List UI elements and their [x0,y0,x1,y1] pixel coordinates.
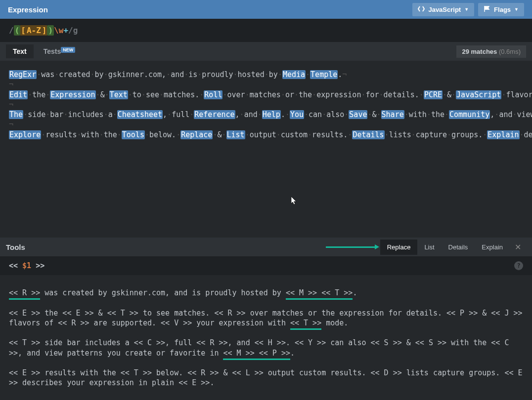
arrow-annotation-icon [326,246,375,248]
expr-quantifier: + [63,26,68,35]
expression-input[interactable]: / ( [ A-Z ] ) \w + / g [0,19,532,42]
language-label: JavaScript [428,6,461,13]
tabs-left: Text Tests NEW [6,44,82,58]
text-input-panel[interactable]: RegExr·was·created·by·gskinner.com,·and·… [0,61,532,238]
tool-tab-details[interactable]: Details [442,240,475,255]
tool-tab-replace[interactable]: Replace [380,240,418,255]
cursor-icon [291,176,297,185]
replace-pattern: << $1 >> [9,261,44,270]
language-button[interactable]: JavaScript ▼ [412,3,474,16]
replace-gt: >> [36,261,44,270]
tab-tests[interactable]: Tests NEW [37,44,82,58]
header-buttons: JavaScript ▼ Flags ▼ [412,3,524,16]
header-title: Expression [8,5,48,14]
flags-button[interactable]: Flags ▼ [478,3,524,16]
match-count-value: 29 matches [462,48,497,55]
flag-icon [484,5,490,14]
tool-tab-explain[interactable]: Explain [475,240,510,255]
expression-header: Expression JavaScript ▼ Flags ▼ [0,0,532,19]
tabs-bar: Text Tests NEW 29 matches (0.6ms) [0,42,532,61]
chevron-down-icon: ▼ [464,7,469,12]
expr-group-close: ) [47,25,54,36]
help-icon[interactable]: ? [514,261,523,270]
expr-range: A-Z [26,25,42,36]
replace-lt: << [9,261,18,270]
match-count: 29 matches (0.6ms) [456,45,526,58]
replace-input[interactable]: << $1 >> ? [0,256,532,275]
expr-flags: g [73,26,78,35]
close-icon[interactable]: ✕ [510,239,526,256]
tab-text[interactable]: Text [6,44,34,58]
expr-group-open: ( [14,25,21,36]
flags-label: Flags [494,6,511,13]
tool-tab-list[interactable]: List [417,240,441,255]
tools-header: Tools Replace List Details Explain ✕ [0,238,532,256]
expr-delimiter: / [9,26,14,35]
expr-charclass-close: ] [42,25,47,36]
chevron-down-icon: ▼ [514,7,519,12]
output-panel: << R >> was created by gskinner.com, and… [0,275,532,397]
tab-tests-label: Tests [44,47,61,55]
expr-escape: \w [54,26,63,35]
replace-group-ref: $1 [22,261,31,270]
code-icon [418,6,425,13]
new-badge: NEW [61,47,75,53]
expr-charclass-open: [ [20,25,26,36]
tools-tabs: Replace List Details Explain ✕ [326,239,526,256]
expr-delimiter: / [68,26,73,35]
tools-title: Tools [6,243,25,251]
